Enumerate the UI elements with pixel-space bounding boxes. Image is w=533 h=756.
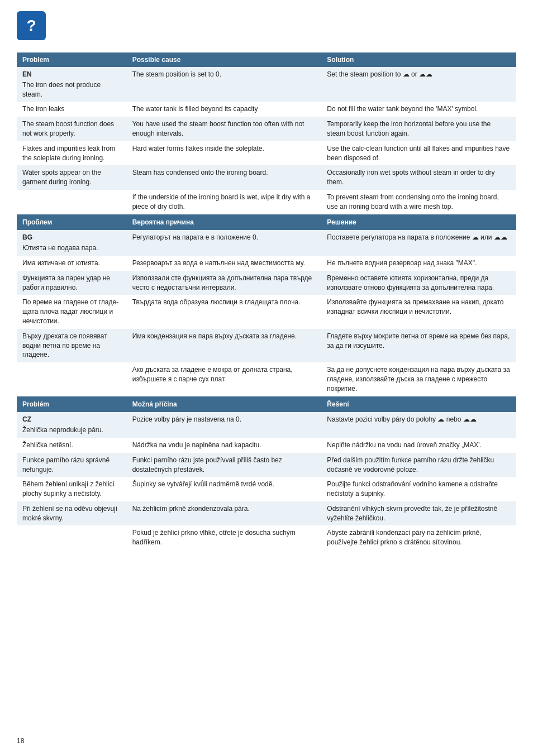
solution-cell: Do not fill the water tank beyond the 'M… [321, 102, 516, 117]
cause-cell: Pokud je žehlicí prkno vlhké, otřete je … [127, 525, 322, 550]
solution-cell: Не пълнете водния резервоар над знака "M… [321, 256, 516, 271]
table-row: CZŽehlička neprodukuje páru.Pozice volby… [17, 412, 516, 438]
solution-cell: Set the steam position to ☁ or ☁☁ [321, 67, 516, 102]
bg-col3-header: Решение [321, 214, 516, 231]
question-icon: ? [17, 11, 46, 40]
solution-cell: За да не допуснете кондензация на пара в… [321, 362, 516, 396]
problem-cell: Žehlička netěsní. [17, 438, 127, 453]
cause-cell: Funkci parního rázu jste používvali příl… [127, 453, 322, 477]
problem-cell: Water spots appear on the garment during… [17, 165, 127, 190]
table-row: ENThe iron does not produce steam.The st… [17, 67, 516, 102]
lang-label: EN [22, 70, 121, 79]
troubleshooting-table: Problem Possible cause Solution ENThe ir… [17, 52, 516, 550]
solution-cell: Use the calc-clean function until all fl… [321, 141, 516, 166]
problem-cell: Върху дрехата се появяват водни петна по… [17, 329, 127, 362]
problem-text: Funkce parního rázu správně nefunguje. [22, 456, 110, 473]
en-col1-header: Problem [17, 52, 127, 67]
en-col2-header: Possible cause [127, 52, 322, 67]
table-row: Žehlička netěsní.Nádržka na vodu je napl… [17, 438, 516, 453]
problem-text: Při žehlení se na oděvu objevují mokré s… [22, 505, 117, 522]
problem-cell: Функцията за парен удар не работи правил… [17, 271, 127, 295]
solution-cell: Odstranění vlhkých skvrn proveďte tak, ž… [321, 501, 516, 526]
problem-cell [17, 525, 127, 550]
cause-cell: The water tank is filled beyond its capa… [127, 102, 322, 117]
solution-cell: To prevent steam from condensing onto th… [321, 190, 516, 214]
question-mark: ? [26, 18, 36, 34]
problem-cell: BGЮтията не подава пара. [17, 230, 127, 256]
problem-cell: CZŽehlička neprodukuje páru. [17, 412, 127, 438]
solution-cell: Použijte funkci odstraňování vodního kam… [321, 477, 516, 501]
bg-col2-header: Вероятна причина [127, 214, 322, 231]
problem-cell: The iron leaks [17, 102, 127, 117]
problem-cell: Během žehlení unikají z žehlicí plochy š… [17, 477, 127, 501]
solution-cell: Před dalším použitím funkce parního rázu… [321, 453, 516, 477]
cause-cell: Steam has condensed onto the ironing boa… [127, 165, 322, 190]
solution-cell: Neplňte nádržku na vodu nad úroveň značk… [321, 438, 516, 453]
table-row: Върху дрехата се появяват водни петна по… [17, 329, 516, 362]
solution-cell: Abyste zabránili kondenzaci páry na žehl… [321, 525, 516, 550]
problem-text: Během žehlení unikají z žehlicí plochy š… [22, 480, 115, 497]
problem-text: Water spots appear on the garment during… [22, 169, 101, 186]
table-row: Има изтичане от ютията.Резервоарът за во… [17, 256, 516, 271]
problem-cell: Funkce parního rázu správně nefunguje. [17, 453, 127, 477]
problem-cell: Има изтичане от ютията. [17, 256, 127, 271]
solution-cell: Използвайте функцията за премахване на н… [321, 295, 516, 328]
solution-cell: Гладете върху мокрите петна от време на … [321, 329, 516, 362]
cause-cell: Твърдата вода образува люспи­ци в гладещ… [127, 295, 322, 328]
problem-text: The steam boost function does not work p… [22, 120, 114, 137]
problem-text: По време на гладене от гладе­щата плоча … [22, 298, 118, 325]
cause-cell: Резервоарът за вода е напълнен над вмест… [127, 256, 322, 271]
table-row: Функцията за парен удар не работи правил… [17, 271, 516, 295]
bg-col1-header: Проблем [17, 214, 127, 231]
problem-cell [17, 362, 127, 396]
problem-cell: ENThe iron does not produce steam. [17, 67, 127, 102]
table-row: Při žehlení se na oděvu objevují mokré s… [17, 501, 516, 526]
table-row: Ако дъската за гладене е мокра от долнат… [17, 362, 516, 396]
lang-label: BG [22, 233, 121, 242]
lang-label: CZ [22, 415, 121, 424]
table-row: Flakes and impurities leak from the sole… [17, 141, 516, 166]
table-row: Pokud je žehlicí prkno vlhké, otřete je … [17, 525, 516, 550]
problem-text: Žehlička netěsní. [22, 441, 73, 449]
table-row: The steam boost function does not work p… [17, 117, 516, 141]
table-row: Funkce parního rázu správně nefunguje.Fu… [17, 453, 516, 477]
problem-cell: По време на гладене от гладе­щата плоча … [17, 295, 127, 328]
cause-cell: Pozice volby páry je nastavena na 0. [127, 412, 322, 438]
page-number: 18 [17, 737, 24, 745]
solution-cell: Поставете регулатора на парата в положен… [321, 230, 516, 256]
problem-cell [17, 190, 127, 214]
bg-section-header: Проблем Вероятна причина Решение [17, 214, 516, 231]
solution-cell: Временно оставете ютията хоризонтална, п… [321, 271, 516, 295]
problem-text: Има изтичане от ютията. [22, 259, 100, 267]
cause-cell: Na žehlicím prkně zkondenzovala pára. [127, 501, 322, 526]
problem-text: The iron leaks [22, 105, 64, 113]
solution-cell: Nastavte pozici volby páry do polohy ☁ n… [321, 412, 516, 438]
cause-cell: Има кондензация на пара върху дъската за… [127, 329, 322, 362]
cz-col3-header: Řešení [321, 396, 516, 413]
cause-cell: Ако дъската за гладене е мокра от долнат… [127, 362, 322, 396]
cause-cell: If the underside of the ironing board is… [127, 190, 322, 214]
table-row: If the underside of the ironing board is… [17, 190, 516, 214]
problem-text: Flakes and impurities leak from the sole… [22, 145, 115, 162]
problem-text: Ютията не подава пара. [22, 244, 98, 252]
cz-section-header: Problém Možná příčina Řešení [17, 396, 516, 413]
en-col3-header: Solution [321, 52, 516, 67]
cause-cell: Šupinky se vytvářejí kvůli nadměrně tvrd… [127, 477, 322, 501]
table-row: The iron leaksThe water tank is filled b… [17, 102, 516, 117]
en-header-row: Problem Possible cause Solution [17, 52, 516, 67]
cz-col2-header: Možná příčina [127, 396, 322, 413]
problem-cell: Flakes and impurities leak from the sole… [17, 141, 127, 166]
problem-cell: The steam boost function does not work p… [17, 117, 127, 141]
problem-text: Žehlička neprodukuje páru. [22, 426, 103, 434]
table-row: По време на гладене от гладе­щата плоча … [17, 295, 516, 328]
cause-cell: The steam position is set to 0. [127, 67, 322, 102]
cause-cell: Hard water forms flakes inside the solep… [127, 141, 322, 166]
cause-cell: Nádržka na vodu je naplněna nad kapacitu… [127, 438, 322, 453]
table-row: Water spots appear on the garment during… [17, 165, 516, 190]
table-row: Během žehlení unikají z žehlicí plochy š… [17, 477, 516, 501]
cause-cell: Регулаторът на парата е в положение 0. [127, 230, 322, 256]
problem-cell: Při žehlení se na oděvu objevují mokré s… [17, 501, 127, 526]
cause-cell: You have used the steam boost function t… [127, 117, 322, 141]
cz-col1-header: Problém [17, 396, 127, 413]
cause-cell: Използвали сте функцията за допълнителна… [127, 271, 322, 295]
